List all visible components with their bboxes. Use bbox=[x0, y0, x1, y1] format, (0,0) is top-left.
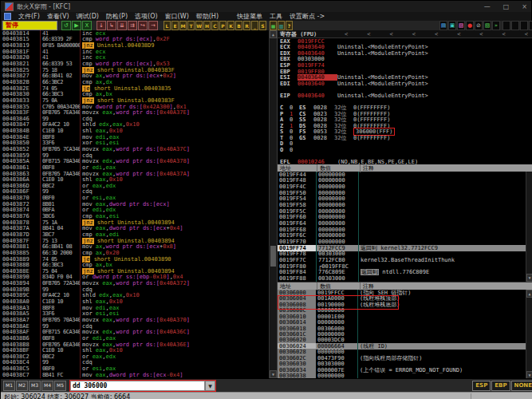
memory-tab-M4[interactable]: M4 bbox=[41, 381, 53, 391]
menu-item-6[interactable]: 帮助(H) bbox=[196, 12, 219, 21]
m-button-group: M1M2M3M4M5 bbox=[3, 381, 67, 391]
memory-tab-M2[interactable]: M2 bbox=[16, 381, 28, 391]
reserved-button-2[interactable] bbox=[520, 21, 528, 30]
menu-item-4[interactable]: 选项(O) bbox=[135, 12, 158, 21]
disassembly-panel: 0040381441inc ecx0040381566:8339 2Fcmp w… bbox=[1, 30, 278, 378]
dump-scrollbar[interactable]: ▲ ▼ bbox=[526, 290, 532, 379]
debugger-window: 散火X穿雨 - [KFC] — □ × 文件(F)查看(V)调试(D)防检(P)… bbox=[0, 0, 532, 399]
dump-body: 003060000019FFCC(指向 SEH 链指针)00306004001A… bbox=[278, 290, 526, 379]
menu-item-0[interactable]: 文件(F) bbox=[18, 12, 40, 21]
letter-button-E[interactable]: E bbox=[171, 21, 179, 30]
menu-item-2[interactable]: 调试(D) bbox=[77, 12, 99, 21]
view-cyan-button[interactable]: ▣ bbox=[448, 21, 456, 30]
registers-panel: 寄存器 (FPU) <<<<<<<<< EAX0019FFCCECX004036… bbox=[278, 30, 532, 165]
minimize-button[interactable]: — bbox=[484, 3, 491, 10]
menu-item-3[interactable]: 防检(P) bbox=[106, 12, 128, 21]
register-row-EDI[interactable]: EDI00403640Uninstal.<ModuleEntryPoint> bbox=[278, 81, 532, 87]
memory-tab-M3[interactable]: M3 bbox=[29, 381, 41, 391]
letter-button-S[interactable]: S bbox=[259, 21, 266, 30]
stack-header-row: 地址 数值 注释 bbox=[278, 164, 532, 172]
reserved-button-3[interactable] bbox=[529, 21, 532, 30]
disable-button[interactable]: ⊘ bbox=[475, 21, 483, 30]
cpu-window-button[interactable]: ▥ bbox=[278, 21, 285, 30]
step-button-group: ↓↳⇊⇉↪→ bbox=[97, 21, 158, 30]
view-pink-button[interactable]: ▨ bbox=[457, 21, 465, 30]
dump-col-comment[interactable]: 注释 bbox=[361, 282, 532, 290]
close-button[interactable]: × bbox=[522, 3, 527, 10]
view-blue-button[interactable]: ▤ bbox=[439, 21, 447, 30]
letter-button-_[interactable]: _ bbox=[251, 21, 258, 30]
animate-over-button[interactable]: ⇉ bbox=[128, 21, 137, 30]
reserved-button-0[interactable] bbox=[502, 21, 510, 30]
menu-item-9[interactable]: 设置断点 -> bbox=[290, 12, 325, 21]
stack-scroll-down-icon[interactable]: ▼ bbox=[526, 274, 532, 282]
follow-ebp-button[interactable]: EBP bbox=[491, 381, 510, 391]
reserved-button-1[interactable] bbox=[511, 21, 519, 30]
restart-button[interactable]: ↺ bbox=[61, 21, 71, 30]
disassembly-scrollbar[interactable]: ▲ ▼ bbox=[269, 30, 277, 378]
menu-item-8[interactable]: 工具 bbox=[270, 12, 282, 21]
memory-tab-M5[interactable]: M5 bbox=[54, 381, 66, 391]
menu-item-1[interactable]: 查看(V) bbox=[47, 12, 69, 21]
close-program-button[interactable]: X bbox=[82, 21, 92, 30]
disasm-bytes: 8B41 FC bbox=[41, 372, 81, 378]
letter-button-P[interactable]: P bbox=[219, 21, 227, 30]
disasm-row[interactable]: 004038C78B41 FCmov eax,dword ptr ds:[ecx… bbox=[1, 372, 270, 378]
app-icon bbox=[5, 2, 14, 11]
record-button[interactable]: ● bbox=[466, 21, 474, 30]
letter-button-C[interactable]: C bbox=[211, 21, 219, 30]
scroll-up-arrow-icon[interactable]: ▲ bbox=[270, 30, 277, 38]
stack-col-comment[interactable]: 注释 bbox=[361, 164, 532, 172]
stack-col-address[interactable]: 地址 bbox=[278, 164, 317, 172]
menu-bar: 文件(F)查看(V)调试(D)防检(P)选项(O)窗口(W)帮助(H)快捷菜单工… bbox=[1, 12, 531, 21]
dump-col-value[interactable]: 数值 bbox=[317, 282, 361, 290]
command-dropdown-icon[interactable]: ▼ bbox=[205, 381, 215, 391]
right-column: 寄存器 (FPU) <<<<<<<<< EAX0019FFCCECX004036… bbox=[278, 30, 532, 378]
letter-button-M[interactable]: M bbox=[179, 21, 187, 30]
child-window-icon[interactable] bbox=[4, 13, 11, 20]
annotation-box-command: ▼ bbox=[69, 380, 216, 392]
disasm-address: 004038C7 bbox=[1, 372, 41, 378]
view-button-group: ▤▣▨●⊘▧» bbox=[439, 21, 500, 30]
letter-button-T[interactable]: T bbox=[187, 21, 195, 30]
flag-row-D[interactable]: D0 bbox=[278, 141, 532, 148]
execute-till-return-button[interactable]: ↪ bbox=[138, 21, 148, 30]
patch-button[interactable]: ▧ bbox=[483, 21, 491, 30]
menu-item-5[interactable]: 窗口(W) bbox=[165, 12, 189, 21]
menu-item-7[interactable]: 快捷菜单 bbox=[237, 12, 262, 21]
dump-col-address[interactable]: 地址 bbox=[278, 282, 317, 290]
window-button-group: ▦▥? bbox=[270, 21, 293, 30]
execute-till-user-code-button[interactable]: → bbox=[148, 21, 158, 30]
memory-tab-M1[interactable]: M1 bbox=[3, 381, 15, 391]
stack-body: 0019FF44000000000019FF48000000000019FF4C… bbox=[278, 172, 526, 282]
step-over-button[interactable]: ↳ bbox=[107, 21, 116, 30]
run-button[interactable]: ▶ bbox=[72, 21, 81, 30]
follow-none-button[interactable]: NONE bbox=[511, 381, 532, 391]
letter-button-B[interactable]: B bbox=[235, 21, 242, 30]
dump-panel: 地址 数值 注释 003060000019FFCC(指向 SEH 链指针)003… bbox=[278, 282, 532, 379]
letter-button-H[interactable]: H bbox=[203, 21, 211, 30]
scroll-down-arrow-icon[interactable]: ▼ bbox=[270, 370, 277, 378]
stack-scrollbar[interactable]: ▼ bbox=[526, 172, 532, 282]
letter-button-K[interactable]: K bbox=[227, 21, 234, 30]
letter-button-L[interactable]: L bbox=[164, 21, 171, 30]
dump-scroll-up-icon[interactable]: ▲ bbox=[526, 290, 532, 298]
command-input[interactable] bbox=[70, 381, 205, 391]
maximize-button[interactable]: □ bbox=[503, 3, 510, 10]
scrollbar-thumb[interactable] bbox=[270, 246, 276, 267]
flag-row-T[interactable]: T0GS002832位0(FFFFFFFF) bbox=[278, 135, 532, 141]
letter-button-W[interactable]: W bbox=[195, 21, 203, 30]
registers-unfold-chevrons[interactable]: <<<<<<<<< bbox=[345, 31, 530, 38]
go-button[interactable]: » bbox=[492, 21, 500, 30]
register-row-EIP[interactable]: EIP00403640Uninstal.<ModuleEntryPoint> bbox=[278, 93, 532, 99]
flag-row-O[interactable]: O0 bbox=[278, 147, 532, 153]
help-button[interactable]: ? bbox=[286, 21, 293, 30]
stack-col-value[interactable]: 数值 bbox=[317, 164, 361, 172]
step-into-button[interactable]: ↓ bbox=[97, 21, 106, 30]
animate-into-button[interactable]: ⇊ bbox=[117, 21, 127, 30]
follow-esp-button[interactable]: ESP bbox=[472, 381, 491, 391]
memory-map-button[interactable]: ▦ bbox=[270, 21, 277, 30]
registers-body: EAX0019FFCCECX00403640Uninstal.<ModuleEn… bbox=[278, 38, 532, 165]
letter-button-R[interactable]: R bbox=[243, 21, 250, 30]
black-button-group bbox=[502, 21, 532, 30]
